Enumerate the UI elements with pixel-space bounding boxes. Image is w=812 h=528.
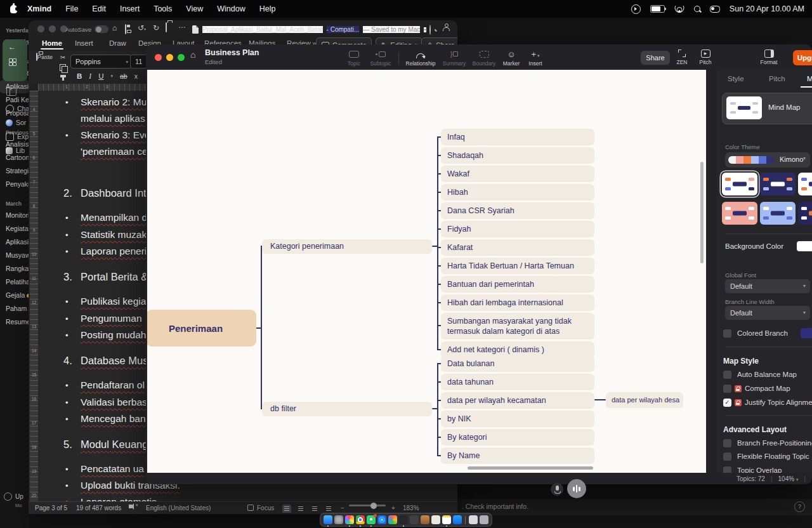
boundary-tool[interactable]: Boundary — [469, 49, 499, 67]
strikethrough-button[interactable]: ab — [120, 72, 128, 80]
wifi-icon[interactable] — [674, 6, 684, 13]
focus-label[interactable]: Focus — [257, 505, 274, 512]
sidebar-toggle-icon[interactable] — [6, 88, 16, 96]
main-topic[interactable]: db filter — [262, 402, 432, 416]
dock-icon-finder[interactable] — [324, 515, 332, 524]
theme-select[interactable]: Kimono ▾ — [725, 152, 810, 168]
subtopic-node[interactable]: Wakaf — [441, 166, 594, 182]
global-font-select[interactable]: Default — [725, 279, 810, 293]
word-count[interactable]: 19 of 487 words — [76, 505, 121, 512]
zoom-in-button[interactable]: + — [391, 505, 395, 512]
nav-item[interactable]: Exp — [0, 129, 29, 143]
history-item[interactable]: Resume — [0, 315, 29, 329]
menubar-item[interactable]: Window — [217, 4, 245, 13]
summary-tool[interactable]: }Summary — [440, 49, 468, 67]
dock-icon-trash[interactable] — [480, 515, 488, 524]
screen-record-icon[interactable] — [631, 4, 641, 14]
history-item[interactable]: Pelatiha — [0, 275, 29, 289]
history-item[interactable]: Gejala — [0, 289, 29, 302]
subtopic-node[interactable]: by NIK — [441, 411, 594, 427]
language-indicator[interactable]: English (United States) — [146, 505, 211, 512]
history-item[interactable]: Paham A — [0, 302, 29, 315]
font-name-select[interactable]: Poppins▾ — [70, 55, 132, 69]
subtopic-node[interactable]: Kafarat — [441, 239, 594, 256]
toggle-switch[interactable] — [95, 25, 108, 33]
bold-button[interactable]: B — [77, 72, 82, 80]
subtopic-node[interactable]: data per wilayah desa — [606, 392, 683, 408]
undo-icon[interactable]: ↺▾ — [138, 23, 146, 32]
dock-icon-launchpad[interactable] — [388, 515, 397, 524]
grid-icon[interactable] — [9, 58, 16, 65]
back-icon[interactable]: ← — [8, 43, 16, 51]
dock-icon-xmind[interactable] — [399, 515, 408, 524]
branch-color-swatch[interactable] — [801, 328, 812, 338]
close-button[interactable] — [155, 54, 162, 61]
zoom-level[interactable]: 183% — [403, 505, 419, 512]
apple-icon[interactable] — [10, 5, 17, 13]
dock-icon-journal[interactable] — [431, 515, 440, 524]
window-controls[interactable] — [37, 25, 67, 32]
subtopic-node[interactable]: data tahunan — [441, 374, 594, 390]
relationship-tool[interactable]: Relationship — [402, 49, 439, 67]
menubar-item[interactable]: View — [186, 4, 203, 13]
upgrade-button[interactable]: Upgrade — [793, 50, 812, 65]
tab-map[interactable]: Map — [807, 75, 812, 82]
auto-balance-checkbox[interactable] — [723, 371, 731, 379]
share-button[interactable]: Share — [641, 51, 670, 65]
subtopic-node[interactable]: Hibah dari lembaga internasional — [441, 294, 594, 311]
nav-item[interactable]: Lib — [0, 143, 29, 157]
web-layout-view-icon[interactable] — [296, 505, 305, 513]
pitch-button[interactable]: ▶Pitch — [695, 49, 716, 65]
subtopic-node[interactable]: Shadaqah — [441, 147, 594, 164]
zoom-button[interactable] — [178, 54, 185, 61]
tab-insert[interactable]: Insert — [75, 39, 93, 47]
theme-thumbnail[interactable] — [798, 173, 812, 195]
subtopic-node[interactable]: Dana CSR Syariah — [441, 202, 594, 219]
more-icon[interactable]: … — [178, 21, 186, 30]
history-item[interactable]: Rangkai — [0, 262, 29, 275]
outline-view-icon[interactable] — [310, 505, 319, 513]
history-item[interactable]: Kegiatan — [0, 222, 29, 235]
theme-thumbnail[interactable] — [722, 202, 757, 225]
vertical-scrollbar[interactable] — [700, 162, 704, 263]
format-painter-icon[interactable] — [60, 75, 66, 77]
dock-icon-app-store[interactable] — [453, 515, 462, 524]
voice-wave-button[interactable] — [567, 479, 586, 498]
save-icon[interactable] — [125, 25, 126, 34]
subtopic-node[interactable]: Fidyah — [441, 221, 594, 237]
print-icon[interactable] — [166, 23, 167, 32]
search-icon[interactable] — [429, 25, 431, 34]
history-item[interactable]: Aplikasi — [0, 235, 29, 249]
subtopic-node[interactable]: Infaq — [441, 129, 594, 145]
history-item[interactable]: Musyawa — [0, 249, 29, 262]
close-button[interactable] — [37, 25, 44, 32]
microphone-icon[interactable] — [551, 483, 563, 496]
theme-thumbnail[interactable] — [760, 173, 796, 195]
cut-icon[interactable]: ✂ — [58, 53, 67, 62]
dock-icon-whatsapp[interactable] — [367, 515, 376, 524]
battery-icon[interactable] — [650, 5, 665, 13]
marker-tool[interactable]: ☺Marker — [500, 49, 523, 67]
window-controls[interactable] — [155, 54, 185, 61]
menubar-item[interactable]: Edit — [92, 4, 106, 13]
upgrade-link[interactable]: Up — [4, 492, 23, 501]
horizontal-scrollbar[interactable] — [468, 466, 593, 470]
flexible-floating-topic-checkbox[interactable] — [723, 452, 731, 461]
subtopic-node[interactable]: By Name — [441, 447, 594, 464]
minimize-button[interactable] — [166, 54, 173, 61]
dock-icon-preview[interactable] — [469, 515, 478, 524]
format-button[interactable]: Format — [756, 49, 782, 65]
dock-icon-settings[interactable] — [334, 515, 343, 524]
minimize-button[interactable] — [49, 25, 56, 32]
zoom-level[interactable]: 104% ▾ — [778, 475, 799, 482]
tab-pitch[interactable]: Pitch — [769, 75, 785, 82]
italic-button[interactable]: I — [89, 72, 91, 80]
tab-style[interactable]: Style — [728, 75, 744, 82]
history-item[interactable]: Penyakit — [0, 178, 29, 191]
dock-icon-folder[interactable] — [410, 515, 419, 524]
history-item[interactable]: Strategi — [0, 164, 29, 178]
subtopic-node[interactable]: Data bulanan — [441, 355, 594, 372]
redo-icon[interactable]: ↻ — [153, 23, 159, 32]
structure-card[interactable]: Mind Map — [722, 93, 812, 124]
tab-draw[interactable]: Draw — [109, 39, 126, 47]
